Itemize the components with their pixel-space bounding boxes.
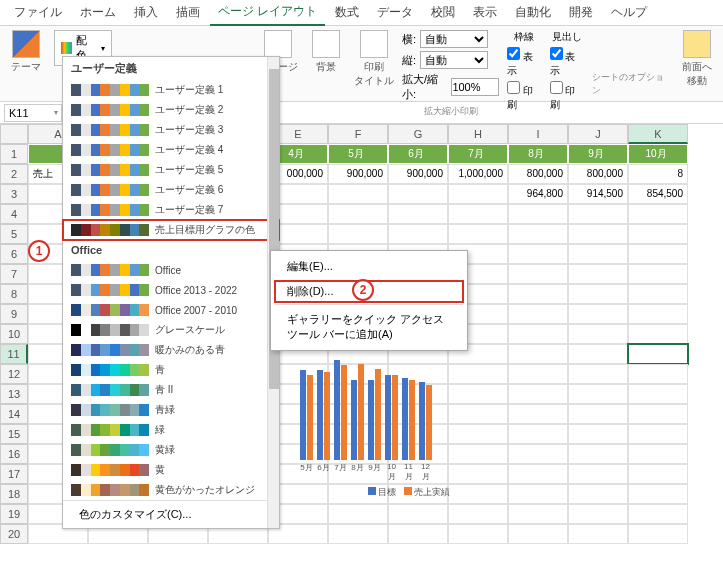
cell[interactable] — [628, 504, 688, 524]
cell[interactable]: 900,000 — [388, 164, 448, 184]
cell[interactable] — [628, 324, 688, 344]
cell[interactable] — [388, 184, 448, 204]
palette-item[interactable]: ユーザー定義 1 — [63, 80, 279, 100]
cell[interactable] — [568, 504, 628, 524]
cell[interactable] — [388, 524, 448, 544]
palette-item[interactable]: 黄 — [63, 460, 279, 480]
cell[interactable] — [628, 404, 688, 424]
cell[interactable] — [388, 504, 448, 524]
palette-item[interactable]: ユーザー定義 2 — [63, 100, 279, 120]
row-header[interactable]: 4 — [0, 204, 28, 224]
select-all-corner[interactable] — [0, 124, 28, 144]
cell[interactable] — [568, 344, 628, 364]
menu-データ[interactable]: データ — [369, 0, 421, 25]
palette-item[interactable]: Office 2007 - 2010 — [63, 300, 279, 320]
row-header[interactable]: 20 — [0, 524, 28, 544]
cell[interactable] — [448, 224, 508, 244]
cell[interactable] — [328, 504, 388, 524]
cell[interactable]: 10月 — [628, 144, 688, 164]
cell[interactable] — [448, 204, 508, 224]
menu-開発[interactable]: 開発 — [561, 0, 601, 25]
cell[interactable] — [508, 504, 568, 524]
cell[interactable] — [628, 484, 688, 504]
row-header[interactable]: 15 — [0, 424, 28, 444]
cell[interactable] — [508, 244, 568, 264]
cell[interactable] — [568, 264, 628, 284]
cell[interactable]: 9月 — [568, 144, 628, 164]
cell[interactable] — [448, 184, 508, 204]
menu-自動化[interactable]: 自動化 — [507, 0, 559, 25]
menu-ファイル[interactable]: ファイル — [6, 0, 70, 25]
cell[interactable] — [628, 384, 688, 404]
cell[interactable] — [628, 444, 688, 464]
row-header[interactable]: 13 — [0, 384, 28, 404]
col-header[interactable]: K — [628, 124, 688, 144]
palette-item[interactable]: ユーザー定義 6 — [63, 180, 279, 200]
bring-forward-group[interactable]: 前面へ 移動 — [677, 30, 717, 88]
row-header[interactable]: 10 — [0, 324, 28, 344]
cell[interactable] — [628, 424, 688, 444]
cell[interactable]: 914,500 — [568, 184, 628, 204]
row-header[interactable]: 17 — [0, 464, 28, 484]
cell[interactable] — [568, 204, 628, 224]
cell[interactable] — [328, 524, 388, 544]
cell[interactable] — [628, 464, 688, 484]
chevron-down-icon[interactable]: ▾ — [54, 108, 61, 117]
cell[interactable] — [628, 284, 688, 304]
cell[interactable] — [388, 224, 448, 244]
cell[interactable] — [628, 364, 688, 384]
cell[interactable]: 7月 — [448, 144, 508, 164]
palette-item[interactable]: ユーザー定義 5 — [63, 160, 279, 180]
head-print-check[interactable]: 印刷 — [550, 81, 584, 112]
menu-ホーム[interactable]: ホーム — [72, 0, 124, 25]
cell[interactable] — [508, 264, 568, 284]
print-titles-group[interactable]: 印刷 タイトル — [354, 30, 394, 88]
cell[interactable] — [508, 304, 568, 324]
cell[interactable] — [508, 284, 568, 304]
cell[interactable] — [568, 464, 628, 484]
palette-item[interactable]: 売上目標用グラフの色 — [63, 220, 279, 240]
menu-ヘルプ[interactable]: ヘルプ — [603, 0, 655, 25]
cell[interactable] — [508, 524, 568, 544]
cell[interactable]: 8 — [628, 164, 688, 184]
cell[interactable] — [628, 224, 688, 244]
col-header[interactable]: J — [568, 124, 628, 144]
row-header[interactable]: 3 — [0, 184, 28, 204]
name-box[interactable]: K11 ▾ — [4, 104, 62, 122]
cell[interactable] — [328, 224, 388, 244]
palette-item[interactable]: Office 2013 - 2022 — [63, 280, 279, 300]
cell[interactable] — [448, 504, 508, 524]
cell[interactable]: 1,000,000 — [448, 164, 508, 184]
palette-item[interactable]: グレースケール — [63, 320, 279, 340]
grid-show-check[interactable]: 表示 — [507, 47, 541, 78]
head-show-check[interactable]: 表示 — [550, 47, 584, 78]
cell[interactable] — [628, 344, 688, 364]
cell[interactable]: 800,000 — [568, 164, 628, 184]
cell[interactable] — [508, 324, 568, 344]
menu-校閲[interactable]: 校閲 — [423, 0, 463, 25]
palette-item[interactable]: 黄緑 — [63, 440, 279, 460]
menu-挿入[interactable]: 挿入 — [126, 0, 166, 25]
cell[interactable] — [568, 304, 628, 324]
col-header[interactable]: G — [388, 124, 448, 144]
palette-item[interactable]: 黄色がかったオレンジ — [63, 480, 279, 500]
cell[interactable] — [568, 524, 628, 544]
row-header[interactable]: 8 — [0, 284, 28, 304]
col-header[interactable]: I — [508, 124, 568, 144]
cell[interactable] — [568, 484, 628, 504]
cell[interactable] — [568, 224, 628, 244]
cell[interactable] — [508, 224, 568, 244]
palette-item[interactable]: ユーザー定義 4 — [63, 140, 279, 160]
cell[interactable] — [568, 284, 628, 304]
theme-icon[interactable] — [12, 30, 40, 58]
cell[interactable] — [628, 244, 688, 264]
cell[interactable]: 854,500 — [628, 184, 688, 204]
cell[interactable] — [628, 524, 688, 544]
ctx-edit[interactable]: 編集(E)... — [271, 254, 467, 279]
cell[interactable]: 8月 — [508, 144, 568, 164]
scale-input[interactable] — [451, 78, 499, 96]
row-header[interactable]: 1 — [0, 144, 28, 164]
palette-item[interactable]: ユーザー定義 7 — [63, 200, 279, 220]
cell[interactable] — [568, 444, 628, 464]
cell[interactable] — [568, 364, 628, 384]
